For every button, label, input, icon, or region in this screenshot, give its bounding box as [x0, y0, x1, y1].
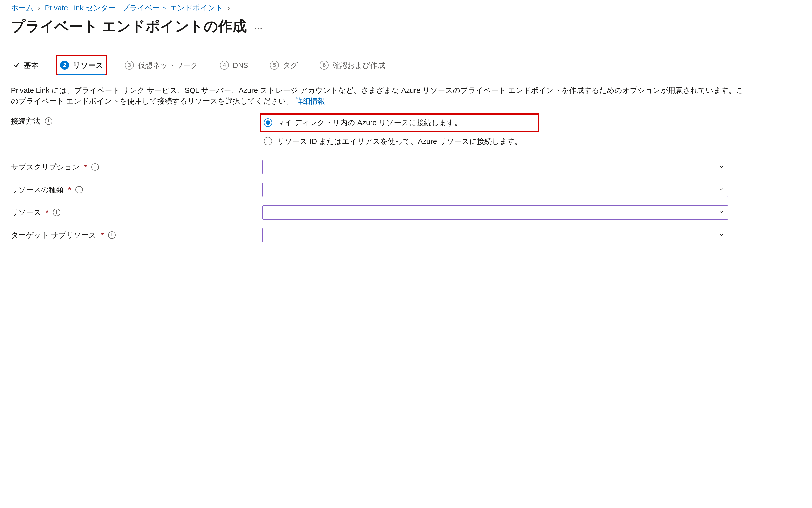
step-badge-4: 4 — [220, 61, 229, 70]
info-icon[interactable] — [108, 231, 115, 239]
tab-tag-label: タグ — [283, 60, 298, 71]
page-title-text: プライベート エンドポイントの作成 — [11, 16, 247, 37]
tab-resource[interactable]: 2 リソース — [58, 57, 105, 73]
step-badge-5: 5 — [270, 61, 279, 70]
radio-icon-checked — [264, 118, 272, 127]
radio-label-directory: マイ ディレクトリ内の Azure リソースに接続します。 — [277, 117, 462, 128]
tab-resource-label: リソース — [73, 60, 103, 71]
resource-type-select[interactable] — [262, 182, 728, 197]
chevron-down-icon — [719, 184, 724, 195]
breadcrumb-private-link-center[interactable]: Private Link センター | プライベート エンドポイント — [45, 2, 223, 13]
step-badge-3: 3 — [125, 61, 134, 70]
label-subscription: サブスクリプション * — [11, 162, 257, 172]
resource-select[interactable] — [262, 205, 728, 220]
page-title: プライベート エンドポイントの作成 … — [11, 16, 801, 37]
intro-body: Private Link には、プライベート リンク サービス、SQL サーバー… — [11, 86, 744, 105]
row-target-subresource: ターゲット サブリソース * — [11, 228, 801, 242]
connection-method-radio-group: マイ ディレクトリ内の Azure リソースに接続します。 リソース ID また… — [262, 116, 537, 148]
label-target-subresource-text: ターゲット サブリソース — [11, 230, 96, 241]
target-subresource-select[interactable] — [262, 228, 728, 242]
tab-tag[interactable]: 5 タグ — [268, 57, 300, 73]
label-resource-type-text: リソースの種類 — [11, 184, 63, 195]
info-icon[interactable] — [45, 118, 52, 125]
chevron-right-icon: › — [38, 2, 40, 13]
required-asterisk: * — [101, 230, 104, 241]
radio-option-resource-id[interactable]: リソース ID またはエイリアスを使って、Azure リソースに接続します。 — [262, 134, 537, 148]
label-resource-type: リソースの種類 * — [11, 184, 257, 195]
info-icon[interactable] — [91, 163, 99, 171]
label-resource: リソース * — [11, 207, 257, 218]
label-target-subresource: ターゲット サブリソース * — [11, 230, 257, 241]
required-asterisk: * — [84, 162, 87, 172]
chevron-down-icon — [719, 230, 724, 241]
tab-review[interactable]: 6 確認および作成 — [318, 57, 387, 73]
tab-dns-label: DNS — [233, 60, 248, 71]
radio-option-directory[interactable]: マイ ディレクトリ内の Azure リソースに接続します。 — [262, 116, 537, 130]
checkmark-icon — [13, 62, 20, 69]
required-asterisk: * — [46, 207, 49, 218]
breadcrumb: ホーム › Private Link センター | プライベート エンドポイント… — [11, 2, 801, 13]
tab-vnet-label: 仮想ネットワーク — [138, 60, 198, 71]
tab-basic-label: 基本 — [23, 60, 39, 71]
tab-review-label: 確認および作成 — [333, 60, 385, 71]
tab-vnet[interactable]: 3 仮想ネットワーク — [123, 57, 200, 73]
row-subscription: サブスクリプション * — [11, 160, 801, 174]
step-badge-6: 6 — [320, 61, 329, 70]
row-connection-method: 接続方法 マイ ディレクトリ内の Azure リソースに接続します。 リソース … — [11, 116, 801, 148]
breadcrumb-home[interactable]: ホーム — [11, 2, 34, 13]
info-icon[interactable] — [76, 186, 83, 194]
tab-dns[interactable]: 4 DNS — [218, 57, 250, 73]
step-badge-2: 2 — [60, 61, 69, 70]
resource-fields: サブスクリプション * リソースの種類 * リソース * — [11, 160, 801, 242]
wizard-tabs: 基本 2 リソース 3 仮想ネットワーク 4 DNS 5 タグ 6 確認および作… — [11, 57, 801, 75]
required-asterisk: * — [68, 184, 71, 195]
learn-more-link[interactable]: 詳細情報 — [296, 97, 325, 105]
chevron-down-icon — [719, 162, 724, 172]
tab-basic[interactable]: 基本 — [11, 57, 40, 73]
chevron-down-icon — [719, 207, 724, 218]
chevron-right-icon: › — [228, 2, 230, 13]
row-resource-type: リソースの種類 * — [11, 182, 801, 197]
label-connection-method: 接続方法 — [11, 116, 257, 127]
subscription-select[interactable] — [262, 160, 728, 174]
row-resource: リソース * — [11, 205, 801, 220]
radio-label-resource-id: リソース ID またはエイリアスを使って、Azure リソースに接続します。 — [277, 136, 522, 147]
more-menu-icon[interactable]: … — [254, 20, 264, 32]
label-subscription-text: サブスクリプション — [11, 162, 80, 172]
info-icon[interactable] — [53, 209, 60, 216]
label-resource-text: リソース — [11, 207, 41, 218]
label-connection-method-text: 接続方法 — [11, 116, 40, 127]
active-tab-underline — [58, 74, 105, 76]
radio-icon-unchecked — [264, 137, 272, 145]
intro-text: Private Link には、プライベート リンク サービス、SQL サーバー… — [11, 85, 750, 106]
